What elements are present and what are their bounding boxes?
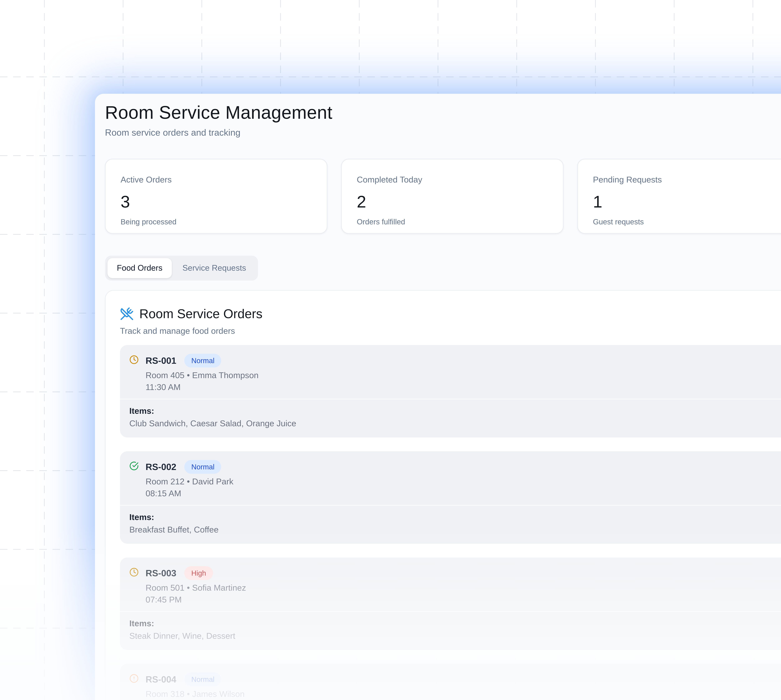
clock-icon: [129, 355, 139, 364]
priority-badge: Normal: [185, 354, 221, 368]
order-items-section: Items: Breakfast Buffet, Coffee $28.00: [120, 505, 781, 544]
stat-card-active-orders: Active Orders 3 Being processed: [105, 159, 327, 234]
items-text: Steak Dinner, Wine, Dessert: [129, 631, 235, 641]
clock-icon: [129, 568, 139, 577]
check-circle-icon: [129, 461, 139, 471]
order-room-guest: Room 501 • Sofia Martinez: [146, 582, 781, 593]
stat-value: 1: [593, 192, 781, 211]
order-header: RS-004 Normal Room 318 • James Wilson 06…: [120, 664, 781, 700]
order-header: RS-002 Normal Room 212 • David Park 08:1…: [120, 451, 781, 505]
orders-card-title: Room Service Orders: [139, 306, 262, 322]
order-info: RS-002 Normal Room 212 • David Park 08:1…: [146, 460, 781, 499]
page-subtitle: Room service orders and tracking: [105, 127, 781, 138]
stat-label: Completed Today: [357, 175, 548, 185]
tab-bar: Food Orders Service Requests: [105, 256, 258, 281]
stat-caption: Guest requests: [593, 218, 781, 226]
items-label: Items:: [129, 512, 218, 522]
order-row-rs-004: RS-004 Normal Room 318 • James Wilson 06…: [120, 664, 781, 700]
alert-circle-icon: [129, 674, 139, 683]
page-title: Room Service Management: [105, 101, 781, 124]
order-items-section: Items: Club Sandwich, Caesar Salad, Oran…: [120, 399, 781, 438]
items-text: Club Sandwich, Caesar Salad, Orange Juic…: [129, 418, 296, 429]
order-header: RS-001 Normal Room 405 • Emma Thompson 1…: [120, 345, 781, 399]
room-service-orders-card: Room Service Orders Track and manage foo…: [105, 290, 781, 700]
order-row-rs-001: RS-001 Normal Room 405 • Emma Thompson 1…: [120, 345, 781, 438]
tab-food-orders[interactable]: Food Orders: [107, 258, 172, 278]
stats-row: Active Orders 3 Being processed Complete…: [105, 159, 781, 234]
tab-service-requests[interactable]: Service Requests: [173, 258, 256, 278]
order-id: RS-002: [146, 461, 177, 473]
stat-label: Pending Requests: [593, 175, 781, 185]
orders-card-subtitle: Track and manage food orders: [120, 326, 781, 336]
order-items-section: Items: Steak Dinner, Wine, Dessert $125.…: [120, 611, 781, 650]
order-id: RS-001: [146, 354, 177, 367]
orders-card-header: Room Service Orders: [120, 306, 781, 322]
order-row-rs-002: RS-002 Normal Room 212 • David Park 08:1…: [120, 451, 781, 544]
order-id: RS-004: [146, 673, 177, 686]
stat-label: Active Orders: [121, 175, 312, 185]
order-list: RS-001 Normal Room 405 • Emma Thompson 1…: [120, 345, 781, 700]
order-room-guest: Room 405 • Emma Thompson: [146, 370, 781, 381]
order-time: 11:30 AM: [146, 382, 781, 392]
priority-badge: Normal: [185, 460, 221, 474]
stat-caption: Being processed: [121, 218, 312, 226]
order-info: RS-003 High Room 501 • Sofia Martinez 07…: [146, 566, 781, 605]
order-info: RS-004 Normal Room 318 • James Wilson 06…: [146, 672, 781, 700]
stat-value: 3: [121, 192, 312, 211]
stat-card-pending-requests: Pending Requests 1 Guest requests: [577, 159, 781, 234]
order-room-guest: Room 212 • David Park: [146, 476, 781, 487]
stat-card-completed-today: Completed Today 2 Orders fulfilled: [341, 159, 564, 234]
main-panel: Room Service Management Room service ord…: [95, 94, 781, 700]
order-row-rs-003: RS-003 High Room 501 • Sofia Martinez 07…: [120, 558, 781, 650]
priority-badge: High: [185, 566, 213, 580]
items-label: Items:: [129, 618, 235, 629]
screen: Room Service Management Room service ord…: [0, 0, 781, 700]
order-time: 08:15 AM: [146, 488, 781, 499]
utensils-crossed-icon: [120, 307, 134, 321]
stat-value: 2: [357, 192, 548, 211]
order-room-guest: Room 318 • James Wilson: [146, 689, 781, 699]
items-label: Items:: [129, 406, 296, 416]
items-text: Breakfast Buffet, Coffee: [129, 524, 218, 535]
order-time: 07:45 PM: [146, 594, 781, 605]
priority-badge: Normal: [185, 672, 221, 686]
order-id: RS-003: [146, 567, 177, 579]
stat-caption: Orders fulfilled: [357, 218, 548, 226]
order-info: RS-001 Normal Room 405 • Emma Thompson 1…: [146, 354, 781, 392]
order-header: RS-003 High Room 501 • Sofia Martinez 07…: [120, 558, 781, 611]
